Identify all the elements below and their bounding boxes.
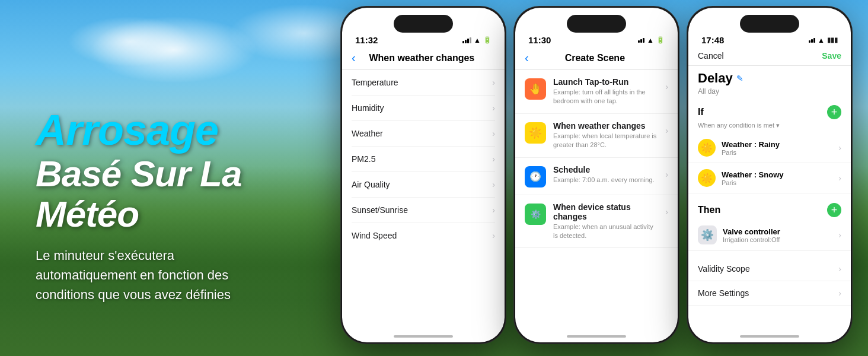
phone-2: 11:30 ▲ 🔋 ‹ Create Scene 🤚 xyxy=(513,6,679,344)
then-add-button[interactable]: + xyxy=(827,203,841,217)
chevron-validity: › xyxy=(838,264,841,274)
if-condition-subtitle[interactable]: When any condition is met ▾ xyxy=(688,122,851,133)
home-indicator-3 xyxy=(740,335,799,338)
phone-3-screen: 17:48 ▲ ▮▮▮ Cancel Save xyxy=(688,8,851,342)
chevron-device: › xyxy=(665,207,668,217)
weather-list: Temperature › Humidity › Weather › PM2.5… xyxy=(342,70,505,248)
chevron-sunset-sunrise: › xyxy=(492,205,495,215)
chevron-more-settings: › xyxy=(838,288,841,298)
hero-subtitle: Le minuteur s'exécutera automatiquement … xyxy=(36,246,344,304)
rainy-title: Weather : Rainy xyxy=(722,140,832,149)
chevron-weather-scene: › xyxy=(665,126,668,135)
scene-item-device[interactable]: ⚙️ When device status changes Example: w… xyxy=(515,195,678,249)
chevron-air-quality: › xyxy=(492,180,495,189)
edit-icon[interactable]: ✎ xyxy=(736,74,743,83)
scene-item-schedule[interactable]: 🕐 Schedule Example: 7:00 a.m. every morn… xyxy=(515,158,678,195)
delay-subtitle: All day xyxy=(698,87,841,96)
valve-text: Valve controller Irrigation control:Off xyxy=(723,227,832,243)
sunset-sunrise-label: Sunset/Sunrise xyxy=(352,205,408,215)
chevron-launch: › xyxy=(665,82,668,91)
pm25-label: PM2.5 xyxy=(352,154,375,164)
phone-1-screen: 11:32 ▲ 🔋 ‹ When weather changes xyxy=(342,8,505,342)
snowy-icon: ☀️ xyxy=(698,169,716,187)
launch-title: Launch Tap-to-Run xyxy=(553,77,658,87)
list-item-pm25[interactable]: PM2.5 › xyxy=(352,147,495,172)
chevron-humidity: › xyxy=(492,103,495,113)
chevron-rainy: › xyxy=(838,143,841,152)
nav-bar-3: Cancel Save xyxy=(688,47,851,66)
home-indicator-2 xyxy=(567,335,626,338)
weather-label: Weather xyxy=(352,129,383,138)
hero-title-line2: Basé Sur La Météo xyxy=(36,154,344,234)
weather-scene-icon: ☀️ xyxy=(525,122,546,144)
valve-title: Valve controller xyxy=(723,227,832,236)
time-3: 17:48 xyxy=(701,35,724,45)
rainy-sub: Paris xyxy=(722,149,832,156)
device-title: When device status changes xyxy=(553,202,658,221)
launch-desc: Example: turn off all lights in the bedr… xyxy=(553,88,658,106)
home-indicator-1 xyxy=(394,335,453,338)
chevron-schedule: › xyxy=(665,170,668,179)
validity-scope-item[interactable]: Validity Scope › xyxy=(688,257,851,281)
delay-title-row: Delay ✎ xyxy=(698,71,841,86)
chevron-temperature: › xyxy=(492,78,495,87)
hero-title-line1: Arrosage xyxy=(36,107,344,154)
delay-header: Delay ✎ All day xyxy=(688,66,851,99)
dynamic-island-1 xyxy=(394,15,453,33)
then-label: Then xyxy=(698,205,720,215)
if-add-button[interactable]: + xyxy=(827,105,841,119)
wind-speed-label: Wind Speed xyxy=(352,231,397,240)
nav-title-2: Create Scene xyxy=(534,53,656,63)
cancel-button[interactable]: Cancel xyxy=(698,51,724,61)
valve-sub: Irrigation control:Off xyxy=(723,236,832,243)
battery-icon-2: 🔋 xyxy=(656,36,665,44)
chevron-pm25: › xyxy=(492,154,495,164)
battery-icon-3: ▮▮▮ xyxy=(827,36,838,44)
condition-rainy[interactable]: ☀️ Weather : Rainy Paris › xyxy=(688,133,851,163)
status-icons-2: ▲ 🔋 xyxy=(638,36,665,44)
chevron-weather: › xyxy=(492,129,495,138)
schedule-title: Schedule xyxy=(553,165,658,174)
time-2: 11:30 xyxy=(528,35,551,45)
launch-text: Launch Tap-to-Run Example: turn off all … xyxy=(553,77,658,106)
list-item-sunset-sunrise[interactable]: Sunset/Sunrise › xyxy=(352,198,495,223)
phone-3: 17:48 ▲ ▮▮▮ Cancel Save xyxy=(687,6,853,344)
scene-list: 🤚 Launch Tap-to-Run Example: turn off al… xyxy=(515,70,678,248)
weather-scene-text: When weather changes Example: when local… xyxy=(553,121,658,150)
chevron-wind-speed: › xyxy=(492,231,495,240)
list-item-wind-speed[interactable]: Wind Speed › xyxy=(352,223,495,248)
device-text: When device status changes Example: when… xyxy=(553,202,658,241)
launch-icon: 🤚 xyxy=(525,78,546,100)
hero-text-block: Arrosage Basé Sur La Météo Le minuteur s… xyxy=(36,107,344,304)
more-settings-label: More Settings xyxy=(698,288,749,298)
list-item-weather[interactable]: Weather › xyxy=(352,121,495,147)
battery-icon-1: 🔋 xyxy=(483,36,492,44)
rainy-icon: ☀️ xyxy=(698,139,716,157)
signal-icon-2 xyxy=(638,38,644,43)
scene-item-weather[interactable]: ☀️ When weather changes Example: when lo… xyxy=(515,114,678,158)
save-button[interactable]: Save xyxy=(822,51,841,61)
chevron-valve: › xyxy=(838,230,841,240)
condition-snowy[interactable]: ☀️ Weather : Snowy Paris › xyxy=(688,163,851,193)
validity-label: Validity Scope xyxy=(698,264,750,274)
delay-title: Delay xyxy=(698,71,733,86)
signal-icon-3 xyxy=(809,38,815,43)
schedule-icon: 🕐 xyxy=(525,166,546,187)
then-valve-item[interactable]: ⚙️ Valve controller Irrigation control:O… xyxy=(688,220,851,251)
scene-item-launch[interactable]: 🤚 Launch Tap-to-Run Example: turn off al… xyxy=(515,70,678,114)
status-icons-1: ▲ 🔋 xyxy=(462,36,492,44)
back-button-2[interactable]: ‹ xyxy=(525,51,529,65)
back-button-1[interactable]: ‹ xyxy=(352,51,356,65)
air-quality-label: Air Quality xyxy=(352,180,390,189)
wifi-icon-2: ▲ xyxy=(647,36,654,44)
list-item-temperature[interactable]: Temperature › xyxy=(352,70,495,96)
signal-icon-1 xyxy=(462,37,471,43)
list-item-air-quality[interactable]: Air Quality › xyxy=(352,172,495,198)
weather-scene-desc: Example: when local temperature is great… xyxy=(553,132,658,150)
more-settings-item[interactable]: More Settings › xyxy=(688,281,851,306)
dynamic-island-2 xyxy=(567,15,626,33)
nav-bar-1: ‹ When weather changes xyxy=(342,47,505,70)
list-item-humidity[interactable]: Humidity › xyxy=(352,96,495,121)
wifi-icon-3: ▲ xyxy=(818,36,825,44)
nav-title-1: When weather changes xyxy=(360,53,483,63)
